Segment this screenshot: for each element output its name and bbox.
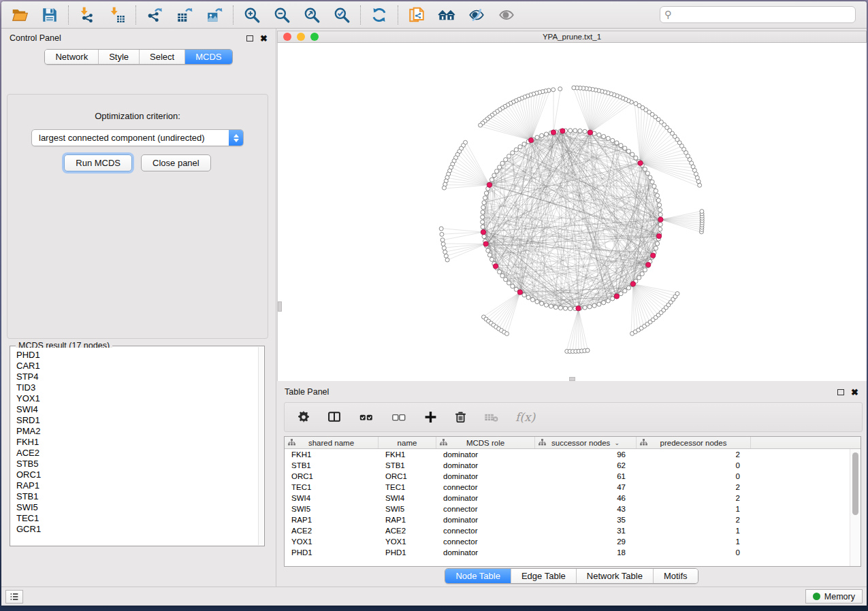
cell-successor_nodes[interactable]: 35 xyxy=(535,516,637,524)
network-window-titlebar[interactable]: YPA_prune.txt_1 xyxy=(277,31,867,43)
graph-node[interactable] xyxy=(588,305,592,309)
graph-node[interactable] xyxy=(551,130,556,135)
mcds-result-item[interactable]: PHD1 xyxy=(16,350,258,361)
cell-shared_name[interactable]: SWI5 xyxy=(285,505,379,513)
graph-node[interactable] xyxy=(655,193,659,197)
graph-node[interactable] xyxy=(486,248,490,252)
cell-successor_nodes[interactable]: 31 xyxy=(535,527,637,535)
graph-node[interactable] xyxy=(658,217,663,222)
cell-mcds_role[interactable]: connector xyxy=(436,483,535,491)
mcds-result-item[interactable]: YOX1 xyxy=(16,393,258,404)
column-header-predecessor-nodes[interactable]: predecessor nodes xyxy=(637,437,751,448)
table-scroll-thumb[interactable] xyxy=(852,452,858,515)
cell-mcds_role[interactable]: dominator xyxy=(436,461,535,469)
graph-node[interactable] xyxy=(481,210,485,214)
graph-node[interactable] xyxy=(522,293,526,297)
export-image-icon[interactable] xyxy=(204,5,225,25)
graph-node[interactable] xyxy=(651,253,656,258)
graph-node[interactable] xyxy=(656,198,660,202)
table-row[interactable]: SWI4SWI4dominator462 xyxy=(285,493,861,503)
graph-node[interactable] xyxy=(489,178,494,182)
cell-successor_nodes[interactable]: 47 xyxy=(535,483,637,491)
graph-node[interactable] xyxy=(700,210,704,214)
graph-node[interactable] xyxy=(507,154,511,158)
graph-node[interactable] xyxy=(504,278,508,282)
cell-shared_name[interactable]: STB1 xyxy=(285,461,379,469)
share-document-icon[interactable] xyxy=(406,5,427,25)
mcds-result-item[interactable]: ORC1 xyxy=(16,469,258,480)
cell-name[interactable]: SWI4 xyxy=(379,494,436,502)
graph-node[interactable] xyxy=(494,169,498,174)
cell-shared_name[interactable]: ACE2 xyxy=(285,527,379,535)
graph-node[interactable] xyxy=(483,196,487,200)
graph-node[interactable] xyxy=(553,305,558,309)
graph-node[interactable] xyxy=(540,133,544,137)
table-row[interactable]: PHD1PHD1dominator180 xyxy=(285,547,861,558)
tab-node-table[interactable]: Node Table xyxy=(445,569,511,583)
graph-node[interactable] xyxy=(658,208,662,212)
graph-node[interactable] xyxy=(483,242,488,246)
tab-select[interactable]: Select xyxy=(140,50,185,64)
graph-node[interactable] xyxy=(626,149,630,153)
graph-node[interactable] xyxy=(626,286,630,290)
graph-node[interactable] xyxy=(583,306,587,310)
graph-node[interactable] xyxy=(484,191,488,195)
tab-edge-table[interactable]: Edge Table xyxy=(511,569,577,583)
graph-node[interactable] xyxy=(675,292,679,296)
sort-indicator-icon[interactable]: ⌄ xyxy=(614,440,620,446)
cell-mcds_role[interactable]: connector xyxy=(436,527,535,535)
tab-network-table[interactable]: Network Table xyxy=(577,569,654,583)
table-row[interactable]: YOX1YOX1connector291 xyxy=(285,536,861,547)
graph-node[interactable] xyxy=(481,205,485,210)
graph-node[interactable] xyxy=(648,176,652,180)
graph-node[interactable] xyxy=(563,306,567,310)
mcds-result-item[interactable]: FKH1 xyxy=(16,437,258,448)
column-header-MCDS-role[interactable]: MCDS role xyxy=(436,437,535,448)
graph-node[interactable] xyxy=(441,242,445,246)
cell-predecessor_nodes[interactable]: 0 xyxy=(637,461,751,469)
mcds-list-scrollbar[interactable] xyxy=(258,347,263,545)
graph-node[interactable] xyxy=(558,87,562,91)
graph-node[interactable] xyxy=(514,148,518,152)
table-row[interactable]: TEC1TEC1connector472 xyxy=(285,482,861,493)
graph-node[interactable] xyxy=(654,246,658,250)
table-scrollbar[interactable] xyxy=(850,449,861,566)
graph-node[interactable] xyxy=(498,270,502,274)
tab-mcds[interactable]: MCDS xyxy=(185,50,231,64)
graph-node[interactable] xyxy=(655,242,659,246)
mcds-result-item[interactable]: TID3 xyxy=(16,382,258,393)
graph-node[interactable] xyxy=(592,303,596,308)
cell-name[interactable]: TEC1 xyxy=(379,483,436,491)
graph-node[interactable] xyxy=(498,165,502,169)
open-file-icon[interactable] xyxy=(10,5,30,25)
zoom-out-icon[interactable] xyxy=(272,5,292,25)
search-input[interactable] xyxy=(660,6,856,23)
graph-node[interactable] xyxy=(585,348,590,352)
graph-node[interactable] xyxy=(504,158,508,162)
cell-predecessor_nodes[interactable]: 2 xyxy=(637,494,751,502)
graph-node[interactable] xyxy=(493,264,498,269)
cell-shared_name[interactable]: FKH1 xyxy=(285,450,379,459)
cell-shared_name[interactable]: TEC1 xyxy=(285,483,379,491)
cell-predecessor_nodes[interactable]: 0 xyxy=(637,472,751,480)
network-graph[interactable] xyxy=(278,43,867,380)
cell-name[interactable]: ORC1 xyxy=(379,472,436,480)
table-row[interactable]: RAP1RAP1dominator352 xyxy=(285,514,861,525)
tab-network[interactable]: Network xyxy=(45,50,99,64)
graph-node[interactable] xyxy=(482,234,486,238)
refresh-icon[interactable] xyxy=(369,5,389,25)
graph-node[interactable] xyxy=(588,130,592,135)
graph-node[interactable] xyxy=(657,203,661,207)
network-canvas[interactable] xyxy=(277,43,867,381)
cell-predecessor_nodes[interactable]: 1 xyxy=(637,538,751,546)
graph-node[interactable] xyxy=(646,262,651,267)
cell-successor_nodes[interactable]: 46 xyxy=(535,494,637,502)
graph-node[interactable] xyxy=(505,331,509,335)
cell-mcds_role[interactable]: dominator xyxy=(436,472,535,480)
cell-predecessor_nodes[interactable]: 1 xyxy=(637,527,751,535)
graph-node[interactable] xyxy=(602,301,606,305)
graph-node[interactable] xyxy=(630,152,634,156)
graph-node[interactable] xyxy=(611,297,615,301)
graph-node[interactable] xyxy=(560,129,565,133)
table-row[interactable]: ACE2ACE2connector311 xyxy=(285,525,861,536)
